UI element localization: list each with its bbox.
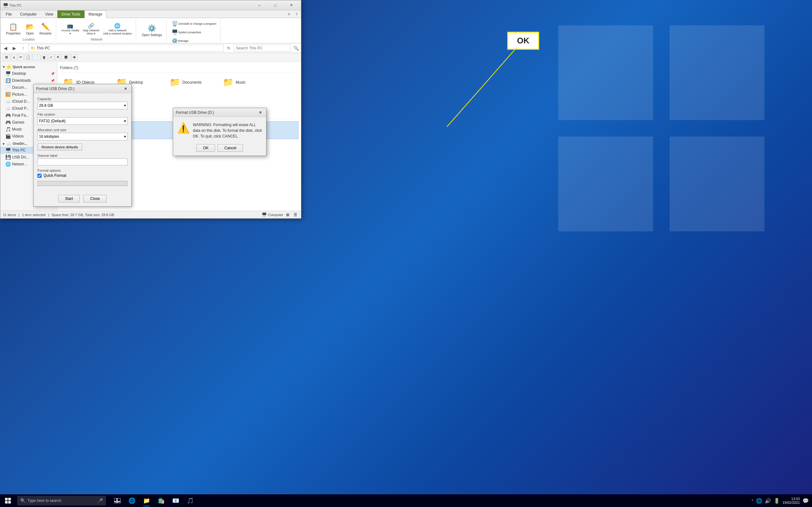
ribbon-tabs: File Computer View Drive Tools Manage ∧ … [0,10,301,18]
back-button[interactable]: ◀ [2,44,9,52]
tab-manage[interactable]: Manage [84,10,106,18]
taskbar-pinned-apps: 🌐 📁 🛍️ 📧 🎵 [110,494,197,507]
address-path[interactable]: 📁 This PC [28,45,223,52]
open-settings-button[interactable]: ⚙️ Open Settings [140,24,164,38]
view-medium-button[interactable]: ⊞ [285,212,291,218]
manage-button[interactable]: ⚙️ Manage [170,37,190,43]
check-button[interactable]: ✓ [48,54,54,60]
filesystem-select[interactable]: FAT32 (Default) ▾ [38,117,128,125]
taskbar-edge-button[interactable]: 🌐 [125,494,139,507]
refresh-button[interactable]: ↻ [225,44,233,52]
quick-format-row: Quick Format [38,173,128,178]
tab-file[interactable]: File [2,10,16,18]
network-icon[interactable]: 🌐 [756,498,762,504]
format-dialog-close-button[interactable]: ✕ [122,86,129,92]
format-close-button[interactable]: Close [84,195,107,203]
add-network-location-button[interactable]: 🌐 Add a network Add a network location [102,22,133,36]
svg-rect-5 [5,498,8,500]
sidebar-item-desktop[interactable]: 🖥️ Desktop 📌 [0,70,57,77]
quick-format-checkbox[interactable] [38,174,42,178]
warning-cancel-button[interactable]: Cancel [217,144,243,152]
format-start-button[interactable]: Start [58,195,80,203]
system-properties-button[interactable]: 🖥️ System properties [170,29,202,36]
forward-button[interactable]: ▶ [10,44,18,52]
warning-message: WARNING: Formatting will erase ALL data … [193,122,262,139]
warning-triangle-icon: ⚠️ [177,122,190,134]
search-input[interactable] [234,45,291,52]
uninstall-program-button[interactable]: 🗑️ Uninstall or change a program [170,20,217,27]
volume-label-field: Volume label [38,154,128,165]
annotation-arrow [517,48,555,136]
preview-button[interactable]: 👁 [71,55,78,60]
warning-body: ⚠️ WARNING: Formatting will erase ALL da… [173,117,266,142]
status-bar: 11 items | 1 item selected | Space free:… [0,211,301,218]
ribbon-collapse-button[interactable]: ∧ [286,11,292,17]
cut-button[interactable]: ✂ [18,54,24,60]
restore-defaults-button[interactable]: Restore device defaults [38,144,82,151]
svg-rect-0 [558,25,653,120]
map-network-drive-button[interactable]: 🔗 Map network drive ▾ [82,22,101,36]
tab-drive-tools[interactable]: Drive Tools [57,10,84,18]
properties-tb-button[interactable]: 🔳 [61,54,70,60]
taskbar-extra-button[interactable]: 🎵 [183,494,197,507]
properties-button[interactable]: 📋 Properties [4,22,22,36]
taskbar-mail-button[interactable]: 📧 [169,494,183,507]
paste-button[interactable]: 📄 [33,54,40,60]
large-icons-button[interactable]: ⊞ [3,54,10,60]
close-button[interactable]: ✕ [284,2,299,9]
computer-icon: 🖥️ [262,212,267,217]
system-tray-chevron[interactable]: ^ [752,499,753,503]
format-dialog-title: Format USB Drive (D:) [36,87,74,91]
tab-computer[interactable]: Computer [16,10,41,18]
copy-button[interactable]: 📋 [24,54,32,60]
taskbar-search[interactable]: 🔍 Type here to search 🎤 [17,496,106,505]
svg-rect-7 [5,501,8,504]
details-button[interactable]: ≡ [11,55,17,60]
warning-footer: OK Cancel [173,142,266,156]
taskbar: 🔍 Type here to search 🎤 🌐 📁 🛍️ 📧 🎵 ^ 🌐 🔊… [0,494,812,507]
access-media-button[interactable]: 📺 Access media ▾ [60,22,80,36]
search-button[interactable]: 🔍 [292,44,300,52]
sidebar-section-quick-access[interactable]: ▾ ⭐ Quick access [0,63,57,70]
taskbar-store-button[interactable]: 🛍️ [154,494,168,507]
help-button[interactable]: ? [293,11,300,17]
taskbar-explorer-button[interactable]: 📁 [140,494,154,507]
up-button[interactable]: ↑ [19,44,27,52]
warning-ok-button[interactable]: OK [196,144,215,152]
location-group-label: Location [4,38,53,41]
svg-rect-9 [114,498,117,501]
rename-tb-button[interactable]: ✕ [55,54,61,60]
folder-item-documents[interactable]: 📁 Documents [166,75,217,89]
warning-title-bar: Format USB Drive (D:) ✕ [173,108,266,117]
minimize-button[interactable]: ─ [252,2,267,9]
alloc-select[interactable]: 16 kilobytes ▾ [38,133,128,140]
battery-icon[interactable]: 🔋 [774,498,780,504]
computer-label: Computer [268,213,283,217]
taskbar-clock[interactable]: 13:02 19/02/2021 [782,497,800,504]
volume-label-input[interactable] [38,158,128,165]
network-group-label: Network [60,38,133,41]
maximize-button[interactable]: □ [268,2,283,9]
delete-button[interactable]: 🗑 [41,55,48,60]
rename-button[interactable]: ✏️ Rename [38,22,54,36]
folder-item-music[interactable]: 📁 Music [220,75,270,89]
open-button[interactable]: 📂 Open [24,22,37,36]
view-details-button[interactable]: ☰ [292,212,299,218]
volume-icon[interactable]: 🔊 [765,498,771,504]
warning-close-button[interactable]: ✕ [257,110,264,115]
svg-rect-8 [8,501,11,504]
tab-view[interactable]: View [41,10,57,18]
taskbar-mic-icon[interactable]: 🎤 [97,498,103,503]
svg-rect-3 [670,136,764,231]
ribbon-group-settings: ⚙️ Open Settings [137,19,166,42]
taskbar-date: 19/02/2021 [782,501,800,504]
ok-callout-box[interactable]: OK [507,32,539,50]
format-usb-dialog: Format USB Drive (D:) ✕ Capacity: 28.8 G… [33,84,132,207]
format-dialog-footer: Start Close [34,192,131,206]
status-selected: 1 item selected [22,213,45,217]
start-button[interactable] [0,494,16,507]
capacity-select[interactable]: 28.8 GB ▾ [38,102,128,109]
notification-icon[interactable]: 💬 [803,498,809,504]
sidebar-item-downloads[interactable]: ⬇️ Downloads 📌 [0,77,57,84]
taskbar-task-view[interactable] [110,494,124,507]
